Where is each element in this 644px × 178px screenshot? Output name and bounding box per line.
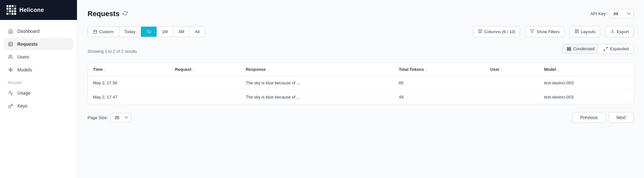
pagination-buttons: Previous Next [572,112,634,123]
home-icon [8,28,14,34]
page-size-row: Page Size: 25 10 50 100 [88,113,131,122]
condensed-view-button[interactable]: Condensed [562,44,599,53]
expanded-view-button[interactable]: Expanded [599,44,633,53]
svg-rect-23 [567,47,571,48]
col-response[interactable]: Response ↓ [241,63,393,76]
svg-point-6 [10,68,11,69]
cell-time-1: May 2, 17 47 [88,90,170,104]
filter-custom[interactable]: Custom [88,27,119,37]
svg-rect-25 [567,50,571,50]
sidebar: Helicone Dashboard Requests Users [0,0,77,178]
results-row: Showing 1 to 2 of 2 results Condensed Ex… [88,44,634,59]
col-total-tokens[interactable]: Total Tokens ↓ [393,63,485,76]
usage-icon [8,90,14,96]
list-icon [8,41,14,47]
sidebar-item-models[interactable]: Models [4,64,73,76]
api-key-select[interactable]: All Key 1 Key 2 [609,9,634,18]
svg-point-5 [10,69,11,70]
filter-today[interactable]: Today [119,27,141,37]
svg-line-27 [604,49,605,51]
cell-model-0: text-davinci-003 [539,76,633,90]
page-title: Requests [88,10,119,18]
svg-point-4 [9,55,11,57]
sort-user-icon: ↓ [501,68,503,71]
col-user[interactable]: User ↓ [485,63,539,76]
filter-icon [530,29,535,34]
sidebar-label-dashboard: Dashboard [17,29,40,34]
calendar-icon [93,30,97,34]
sidebar-item-dashboard[interactable]: Dashboard [4,25,73,37]
sidebar-nav: Dashboard Requests Users Models Account [0,20,77,178]
filter-1m[interactable]: 1M [157,27,173,37]
sidebar-item-requests[interactable]: Requests [4,38,73,50]
condensed-label: Condensed [573,46,595,51]
sort-request-icon: ↓ [193,68,194,71]
col-request[interactable]: Request ↓ [170,63,241,76]
cell-request-1 [170,90,241,104]
api-key-row: API Key: All Key 1 Key 2 [590,9,634,18]
svg-rect-21 [577,32,578,33]
sidebar-label-models: Models [17,67,32,72]
next-button[interactable]: Next [608,112,634,123]
sort-tokens-icon: ↓ [425,68,427,71]
requests-table: Time ↓ Request ↓ Response ↓ [88,63,634,104]
logo-text: Helicone [19,7,44,14]
table-row[interactable]: May 2, 17 47The sky is blue because of .… [88,90,633,104]
previous-button[interactable]: Previous [572,112,606,123]
logo-grid-icon [6,5,16,15]
cell-model-1: text-davinci-003 [539,90,633,104]
export-button[interactable]: Export [605,26,634,37]
sidebar-label-usage: Usage [17,90,30,96]
layouts-button[interactable]: Layouts [570,26,601,37]
svg-rect-20 [575,32,576,33]
sidebar-item-keys[interactable]: Keys [4,100,73,112]
svg-point-9 [12,70,13,70]
svg-rect-10 [94,30,97,33]
filter-3m[interactable]: 3M [173,27,190,37]
account-section-label: Account [4,77,73,87]
sidebar-item-users[interactable]: Users [4,51,73,63]
svg-point-8 [9,70,10,70]
layouts-label: Layouts [581,29,596,34]
sort-time-icon: ↓ [104,68,106,71]
columns-label: Columns (6 / 10) [484,29,515,34]
expanded-icon [603,47,608,51]
cell-time-0: May 2, 17 56 [88,76,170,90]
sidebar-label-keys: Keys [17,103,27,108]
show-filters-button[interactable]: Show Filters [525,26,564,37]
filter-all[interactable]: All [190,27,204,37]
logo-area: Helicone [0,0,77,20]
svg-rect-0 [9,42,13,46]
table-row[interactable]: May 2, 17 56The sky is blue because of .… [88,76,633,90]
svg-rect-24 [567,48,571,49]
filter-7d[interactable]: 7D [141,27,157,37]
svg-rect-14 [478,30,482,33]
cell-user-0 [485,76,539,90]
view-toggle: Condensed Expanded [562,44,634,54]
export-icon [610,29,615,34]
time-filters: Custom Today 7D 1M 3M All [88,26,205,37]
cell-response-1: The sky is blue because of ... [241,90,393,104]
sidebar-label-requests: Requests [17,42,38,47]
toolbar-actions: Columns (6 / 10) Show Filters Layouts Ex… [473,26,634,37]
svg-line-26 [606,47,608,48]
columns-icon [478,29,482,34]
filters-label: Show Filters [536,29,560,34]
svg-rect-19 [577,30,578,31]
sidebar-label-users: Users [17,54,29,60]
page-header: Requests API Key: All Key 1 Key 2 [88,9,634,18]
models-icon [8,67,14,73]
page-size-label: Page Size: [88,115,108,120]
expanded-label: Expanded [610,46,629,51]
svg-marker-17 [531,30,535,33]
refresh-icon[interactable] [123,11,128,17]
toolbar: Custom Today 7D 1M 3M All [88,26,634,37]
sidebar-item-usage[interactable]: Usage [4,87,73,99]
col-time[interactable]: Time ↓ [88,63,170,76]
col-model[interactable]: Model ↓ [539,63,633,76]
users-icon [8,54,14,60]
layouts-icon [574,29,579,34]
columns-button[interactable]: Columns (6 / 10) [473,26,520,37]
key-icon [8,103,14,109]
page-size-select[interactable]: 25 10 50 100 [110,113,131,122]
